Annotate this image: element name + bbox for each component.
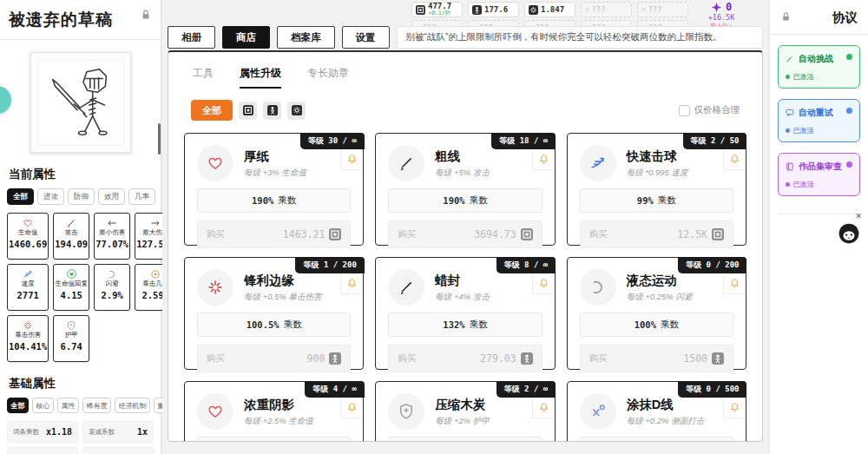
level-badge: 等级 0 / 200 [678, 257, 746, 273]
notify-bell-button[interactable] [723, 273, 746, 294]
shop-panel: 工具 属性升级 专长勋章 全部 仅价格合理 等级 30 / ∞ 厚纸每级 +3%… [168, 50, 763, 442]
checkbox[interactable] [679, 105, 690, 116]
notify-bell-button[interactable] [340, 148, 363, 170]
gear-coin-icon [292, 105, 302, 115]
pen-icon [388, 269, 424, 306]
buy-button[interactable]: 购买 1463.21 [197, 220, 351, 248]
divider [0, 39, 161, 40]
lock-icon [780, 10, 792, 26]
notify-bell-button[interactable] [532, 397, 555, 418]
canvas-coin-icon [521, 228, 533, 240]
stat-crit-damage: 暴击伤害 104.41% [7, 315, 49, 362]
buy-button[interactable]: 购买 279.03 [388, 345, 542, 372]
buy-button[interactable]: 购买 1500 [580, 345, 733, 372]
base-filter-rarity[interactable]: 稀有度 [82, 398, 111, 413]
base-filter-economy[interactable]: 经济机制 [115, 398, 150, 413]
base-filter-core[interactable]: 核心 [32, 398, 54, 413]
notify-bell-button[interactable] [340, 273, 363, 294]
multiplier-box: 190%乘数 [197, 188, 351, 213]
multiplier-box: 104%乘数 [388, 437, 542, 442]
shop-filter-row: 全部 仅价格合理 [191, 100, 740, 121]
base-cell: 衰减系数1x [82, 421, 154, 443]
subtab-specialty-medals[interactable]: 专长勋章 [307, 66, 349, 89]
tab-settings[interactable]: 设置 [342, 26, 390, 49]
multiplier-box: 190%乘数 [388, 188, 542, 213]
side-strike-icon [580, 393, 616, 430]
level-badge: 等级 1 / 200 [295, 257, 364, 273]
status-dot [846, 161, 852, 168]
bell-icon [538, 402, 549, 413]
buy-button[interactable]: 购买 900 [197, 345, 351, 372]
tab-album[interactable]: 相册 [168, 26, 215, 49]
status-dot [846, 108, 852, 114]
multiplier-box: 100%乘数 [580, 313, 733, 337]
figure-coin-icon [712, 352, 724, 365]
notify-bell-button[interactable] [723, 148, 746, 170]
base-attrs-heading: 基础属性 [9, 376, 152, 391]
filter-chip-offense[interactable]: 进攻 [37, 188, 64, 205]
sidebar-scrollbar[interactable] [158, 123, 161, 155]
close-icon[interactable]: ✕ [855, 213, 862, 220]
currency-filter-gear-button[interactable] [287, 102, 306, 120]
character-sidebar: 被遗弃的草稿 [0, 0, 161, 454]
base-filter-all[interactable]: 全部 [7, 398, 29, 413]
heart-icon [197, 145, 233, 181]
gear-coin-icon [529, 5, 538, 15]
buy-button[interactable]: 购买 3694.73 [388, 220, 542, 248]
subtab-attribute-upgrades[interactable]: 属性升级 [240, 66, 281, 89]
dodge-curve-icon [95, 268, 128, 280]
upgrade-card-liquid-motion: 等级 0 / 200 液态运动每级 +0.25% 闪避 100%乘数 购买 15… [567, 257, 746, 370]
level-badge: 等级 18 / ∞ [491, 133, 556, 149]
shop-filter-all[interactable]: 全部 [191, 100, 233, 121]
canvas-coin-icon [243, 105, 253, 115]
bell-icon [346, 154, 358, 165]
knight-sketch-image [38, 60, 123, 145]
main-tabs: 相册 商店 档案库 设置 别被“战队”的上限限制所吓倒，有时候你完全可以轻松突破… [168, 26, 763, 49]
tab-shop[interactable]: 商店 [222, 26, 270, 49]
protocol-auto-challenge[interactable]: 自动挑战 已激活 [778, 45, 860, 89]
stat-speed: 速度 2771 [7, 264, 49, 311]
book-icon [786, 162, 794, 171]
notify-bell-button[interactable] [532, 148, 555, 170]
upgrade-card-heavy-shadow: 等级 4 / ∞ 浓重阴影每级 +2.5% 生命值 110%乘数 [184, 381, 364, 442]
level-badge: 等级 2 / ∞ [496, 381, 556, 398]
current-attrs-heading: 当前属性 [9, 167, 152, 182]
figure-coin-icon [329, 352, 341, 365]
dodge-curve-icon [580, 269, 616, 306]
stat-min-damage: 最小伤害 77.07% [94, 213, 130, 260]
resource-canvas: 477.7+0.1/秒 [411, 2, 463, 17]
bell-icon [346, 402, 358, 413]
filter-chip-chance[interactable]: 几率 [128, 188, 155, 205]
notify-bell-button[interactable] [723, 397, 746, 418]
buy-button[interactable]: 购买 12.5K [580, 220, 733, 248]
currency-filter-canvas-button[interactable] [239, 102, 257, 120]
regen-heart-icon [55, 268, 88, 280]
protocol-auto-retry[interactable]: 自动重试 已激活 [778, 99, 860, 142]
figure-coin-icon [472, 5, 482, 15]
stat-attack: 攻击 194.09 [53, 213, 89, 260]
sparkle-icon [711, 2, 722, 13]
stat-hp: 生命值 1460.69 [7, 213, 49, 260]
protocol-portfolio-review[interactable]: 作品集审查 已激活 [778, 153, 860, 196]
canvas-coin-icon [712, 228, 724, 240]
feather-speed-icon [580, 145, 616, 181]
filter-chip-defense[interactable]: 防御 [68, 188, 95, 205]
price-reasonable-filter[interactable]: 仅价格合理 [679, 104, 740, 116]
notify-bell-button[interactable] [340, 397, 363, 418]
base-filter-attr[interactable]: 属性 [57, 398, 79, 413]
notify-bell-button[interactable] [532, 273, 555, 294]
tab-archive[interactable]: 档案库 [277, 26, 335, 49]
level-badge: 等级 0 / 500 [678, 381, 746, 398]
current-attrs-filters: 全部 进攻 防御 效用 几率 [7, 188, 154, 205]
heart-icon [197, 393, 233, 430]
currency-filter-figure-button[interactable] [263, 102, 281, 120]
filter-chip-utility[interactable]: 效用 [98, 188, 125, 205]
subtab-tools[interactable]: 工具 [193, 66, 214, 89]
filter-chip-all[interactable]: 全部 [7, 188, 34, 205]
starburst-icon [9, 319, 47, 331]
upgrade-card-thick-line: 等级 18 / ∞ 粗线每级 +5% 攻击 190%乘数 购买 3694.73 [375, 133, 555, 246]
upgrade-card-smudge-d-line: 等级 0 / 500 涂抹D线每级 +0.2% 侧面打击 100%乘数 [567, 381, 746, 442]
github-icon[interactable] [838, 222, 860, 248]
level-badge: 等级 8 / ∞ [496, 257, 556, 273]
feather-speed-icon [9, 268, 47, 280]
